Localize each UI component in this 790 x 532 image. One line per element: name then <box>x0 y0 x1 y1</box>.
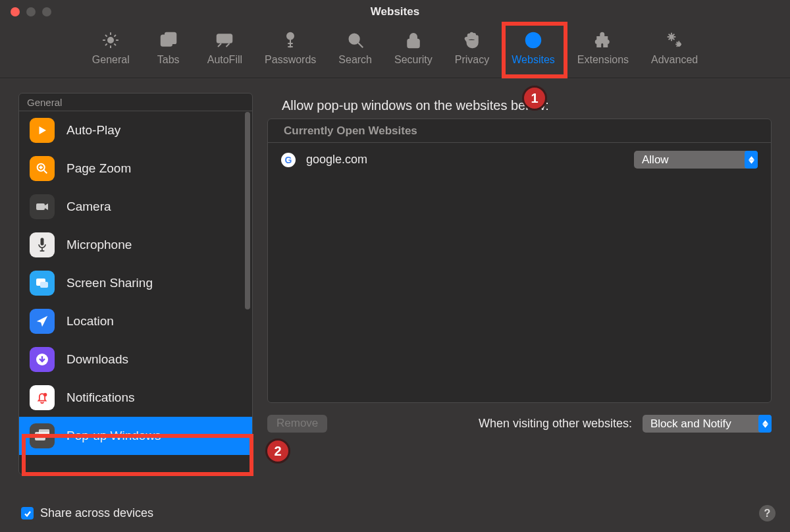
tab-tabs[interactable]: Tabs <box>148 28 189 68</box>
remove-button[interactable]: Remove <box>267 415 327 433</box>
tab-label: Privacy <box>455 54 489 66</box>
sidebar-item-label: Screen Sharing <box>66 276 153 290</box>
svg-rect-18 <box>39 429 49 432</box>
sidebar-item-screensharing[interactable]: Screen Sharing <box>19 264 252 302</box>
gears-icon <box>665 30 685 50</box>
sidebar-item-microphone[interactable]: Microphone <box>19 226 252 264</box>
svg-point-4 <box>349 34 359 44</box>
sidebar-item-downloads[interactable]: Downloads <box>19 340 252 379</box>
hand-icon <box>462 30 482 50</box>
globe-icon <box>523 30 543 50</box>
popup-windows-icon <box>30 423 55 448</box>
other-websites-label: When visiting other websites: <box>479 417 632 431</box>
tab-security[interactable]: Security <box>390 28 436 68</box>
share-across-devices-checkbox[interactable] <box>21 507 34 519</box>
sidebar-item-autoplay[interactable]: Auto-Play <box>19 111 252 149</box>
select-value: Allow <box>642 153 669 167</box>
tab-label: AutoFill <box>207 54 242 66</box>
tab-label: Passwords <box>265 54 316 66</box>
search-icon <box>346 30 365 50</box>
sidebar-item-camera[interactable]: Camera <box>19 188 252 226</box>
zoom-icon <box>30 156 55 181</box>
tab-extensions[interactable]: Extensions <box>573 28 633 68</box>
sidebar-item-label: Camera <box>66 200 111 214</box>
sidebar-item-label: Location <box>66 314 114 329</box>
sidebar-item-pagezoom[interactable]: Page Zoom <box>19 149 252 188</box>
tab-label: Security <box>394 54 433 66</box>
tab-websites[interactable]: Websites <box>508 28 559 68</box>
preferences-toolbar: General Tabs AutoFill Passwords Search S… <box>0 24 790 78</box>
autofill-icon <box>215 30 234 50</box>
tab-autofill[interactable]: AutoFill <box>203 28 246 68</box>
main-panel: Allow pop-up windows on the websites bel… <box>267 93 772 475</box>
puzzle-icon <box>593 30 613 50</box>
svg-rect-5 <box>408 40 419 48</box>
panel-bottom-bar: Remove When visiting other websites: Blo… <box>267 415 772 433</box>
settings-sidebar: General Auto-Play Page Zoom Camera <box>18 93 253 475</box>
chevron-updown-icon <box>758 415 772 433</box>
google-favicon: G <box>281 153 296 167</box>
svg-rect-10 <box>36 203 45 210</box>
sidebar-item-notifications[interactable]: Notifications <box>19 379 252 417</box>
other-websites-select[interactable]: Block and Notify <box>643 415 772 433</box>
sidebar-item-location[interactable]: Location <box>19 302 252 340</box>
svg-rect-11 <box>41 238 44 246</box>
sidebar-item-label: Pop-up Windows <box>66 429 161 443</box>
svg-point-15 <box>43 393 47 397</box>
screensharing-icon <box>30 271 55 296</box>
gear-icon <box>101 30 120 50</box>
key-icon <box>280 30 300 50</box>
website-row[interactable]: G google.com Allow <box>268 143 771 176</box>
share-across-devices-label: Share across devices <box>40 506 153 520</box>
sidebar-item-label: Microphone <box>66 238 132 252</box>
tab-label: Advanced <box>651 54 698 66</box>
tab-passwords[interactable]: Passwords <box>261 28 320 68</box>
title-bar: Websites <box>0 0 790 24</box>
svg-point-7 <box>670 35 673 39</box>
tab-general[interactable]: General <box>88 28 134 68</box>
footer: Share across devices <box>21 506 153 520</box>
website-host: google.com <box>306 153 623 167</box>
tab-label: Extensions <box>577 54 629 66</box>
tab-label: Tabs <box>157 54 180 66</box>
downloads-icon <box>30 347 55 372</box>
sidebar-item-label: Page Zoom <box>66 161 131 176</box>
sidebar-item-label: Auto-Play <box>66 123 120 138</box>
help-button[interactable]: ? <box>759 505 776 521</box>
svg-rect-13 <box>40 282 48 288</box>
website-setting-select[interactable]: Allow <box>634 151 758 169</box>
tab-label: Websites <box>512 54 555 66</box>
chevron-updown-icon <box>745 151 758 169</box>
tab-privacy[interactable]: Privacy <box>451 28 493 68</box>
websites-list: Currently Open Websites G google.com All… <box>267 119 772 403</box>
location-icon <box>30 309 55 334</box>
microphone-icon <box>30 232 55 257</box>
sidebar-item-label: Downloads <box>66 352 128 367</box>
content-area: General Auto-Play Page Zoom Camera <box>0 78 790 475</box>
tab-search[interactable]: Search <box>334 28 376 68</box>
sidebar-scrollbar[interactable] <box>245 112 250 309</box>
bell-icon <box>30 385 55 410</box>
sidebar-item-label: Notifications <box>66 390 135 405</box>
check-icon <box>24 510 32 518</box>
select-value: Block and Notify <box>650 417 731 431</box>
svg-rect-2 <box>217 34 232 43</box>
panel-heading: Allow pop-up windows on the websites bel… <box>282 98 772 113</box>
window-title: Websites <box>0 5 790 18</box>
camera-icon <box>30 194 55 219</box>
lock-icon <box>404 30 423 50</box>
tab-advanced[interactable]: Advanced <box>647 28 702 68</box>
svg-point-3 <box>287 33 294 40</box>
list-header: Currently Open Websites <box>268 119 771 143</box>
play-icon <box>30 118 55 143</box>
sidebar-item-popup-windows[interactable]: Pop-up Windows <box>19 417 252 455</box>
tabs-icon <box>159 30 178 50</box>
sidebar-items: Auto-Play Page Zoom Camera Microphone <box>19 111 252 474</box>
sidebar-section-header: General <box>19 93 252 111</box>
svg-point-0 <box>108 38 113 43</box>
tab-label: Search <box>338 54 372 66</box>
tab-label: General <box>92 54 130 66</box>
